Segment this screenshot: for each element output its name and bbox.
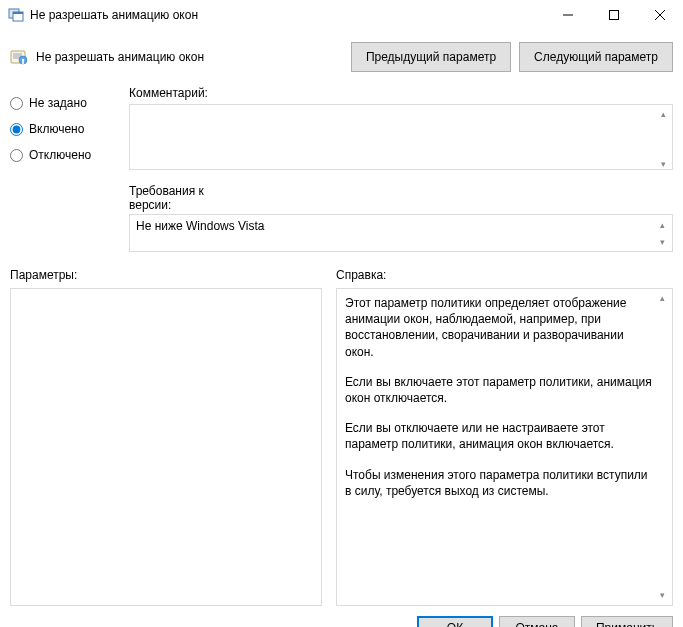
policy-header: Не разрешать анимацию окон Предыдущий па… [0, 30, 683, 80]
radio-disabled-input[interactable] [10, 149, 23, 162]
comment-textarea[interactable] [129, 104, 673, 170]
help-label: Справка: [336, 268, 673, 282]
close-button[interactable] [637, 0, 683, 30]
version-scrollbar: ▴ ▾ [654, 216, 671, 250]
policy-title: Не разрешать анимацию окон [36, 50, 343, 64]
comment-label: Комментарий: [129, 86, 673, 100]
help-text-p3: Если вы отключаете или не настраиваете э… [345, 420, 654, 452]
parameters-label: Параметры: [10, 268, 322, 282]
scroll-up-icon: ▴ [654, 290, 671, 307]
window-title: Не разрешать анимацию окон [30, 8, 545, 22]
parameters-panel [10, 288, 322, 606]
help-scrollbar: ▴ ▾ [654, 290, 671, 604]
scroll-down-icon: ▾ [654, 233, 671, 250]
radio-enabled-input[interactable] [10, 123, 23, 136]
minimize-button[interactable] [545, 0, 591, 30]
scroll-up-icon: ▴ [654, 216, 671, 233]
scroll-down-icon: ▾ [654, 587, 671, 604]
help-panel: Этот параметр политики определяет отобра… [336, 288, 673, 606]
help-text-p1: Этот параметр политики определяет отобра… [345, 295, 654, 360]
radio-enabled[interactable]: Включено [10, 122, 115, 136]
ok-button[interactable]: ОК [417, 616, 493, 627]
state-radio-group: Не задано Включено Отключено [10, 86, 115, 174]
radio-disabled[interactable]: Отключено [10, 148, 115, 162]
svg-rect-2 [13, 12, 23, 14]
version-box: Не ниже Windows Vista ▴ ▾ [129, 214, 673, 252]
radio-enabled-label: Включено [29, 122, 84, 136]
cancel-button[interactable]: Отмена [499, 616, 575, 627]
help-text-p4: Чтобы изменения этого параметра политики… [345, 467, 654, 499]
next-setting-button[interactable]: Следующий параметр [519, 42, 673, 72]
apply-button[interactable]: Применить [581, 616, 673, 627]
title-bar: Не разрешать анимацию окон [0, 0, 683, 30]
app-icon [8, 7, 24, 23]
maximize-button[interactable] [591, 0, 637, 30]
window-controls [545, 0, 683, 30]
policy-icon [10, 48, 28, 66]
radio-not-configured[interactable]: Не задано [10, 96, 115, 110]
radio-not-configured-label: Не задано [29, 96, 87, 110]
version-label: Требования к версии: [129, 184, 234, 212]
svg-rect-4 [610, 11, 619, 20]
dialog-footer: ОК Отмена Применить [0, 606, 683, 627]
radio-not-configured-input[interactable] [10, 97, 23, 110]
previous-setting-button[interactable]: Предыдущий параметр [351, 42, 511, 72]
help-text-p2: Если вы включаете этот параметр политики… [345, 374, 654, 406]
svg-rect-13 [22, 60, 24, 64]
radio-disabled-label: Отключено [29, 148, 91, 162]
version-value: Не ниже Windows Vista [136, 219, 265, 233]
